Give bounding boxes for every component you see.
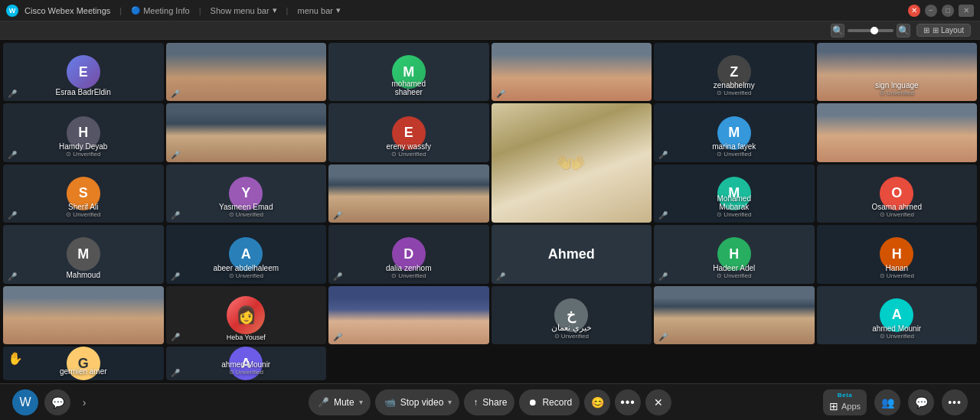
- name-sign: sign lnguage ⊙ Unverified: [817, 81, 978, 96]
- share-button[interactable]: ↑ Share: [464, 389, 514, 415]
- participant-cell-p26[interactable]: 🎤: [328, 286, 489, 344]
- muted-icon-mubarak: 🎤: [658, 211, 668, 220]
- muted-icon-mahmoud: 🎤: [8, 272, 17, 281]
- name-heba: Heba Yousef: [166, 334, 327, 341]
- name-abeer: abeer abdelhaleem ⊙ Unverified: [166, 264, 327, 279]
- muted-icon-hadeer: 🎤: [658, 272, 668, 281]
- participant-cell-p12[interactable]: [817, 103, 978, 161]
- participant-cell-hamdy[interactable]: H Hamdy Deyab ⊙ Unverified 🎤: [3, 103, 164, 161]
- name-dalia: dalia zenhom ⊙ Unverified: [328, 264, 489, 279]
- name-hadeer: Hadeer Adel ⊙ Unverified: [654, 264, 815, 279]
- participant-cell-p15[interactable]: 🎤: [328, 164, 489, 223]
- participant-cell-osama[interactable]: O Osama ahmed ⊙ Unverified: [817, 164, 978, 223]
- webex-home-btn[interactable]: W: [12, 389, 38, 415]
- name-ahmed-large: Ahmed: [548, 246, 595, 262]
- participant-cell-hanan[interactable]: H Hanan ⊙ Unverified: [817, 225, 978, 283]
- apps-button[interactable]: Beta ⊞ Apps: [823, 389, 867, 415]
- participant-cell-khairy[interactable]: خ خيري نعمان ⊙ Unverified: [492, 286, 652, 344]
- toolbar-center: 🎤 Mute ▾ 📹 Stop video ▾ ↑ Share ⏺ Record…: [309, 389, 671, 415]
- layout-button[interactable]: ⊞ ⊞ Layout: [916, 24, 971, 37]
- participants-btn[interactable]: 👥: [874, 389, 900, 415]
- stop-video-button[interactable]: 📹 Stop video ▾: [375, 389, 460, 415]
- participant-cell-sherif[interactable]: S Sherif Ali ⊙ Unverified 🎤: [3, 164, 164, 223]
- chat-right-btn[interactable]: 💬: [908, 389, 934, 415]
- avatar-esraa: E: [67, 55, 100, 89]
- reactions-btn[interactable]: 😊: [584, 389, 610, 415]
- participant-cell-p24[interactable]: [3, 286, 164, 344]
- name-ahmed-mounir2: ahmed Mounir ⊙ Unverified: [166, 360, 327, 376]
- video-icon: 📹: [384, 397, 396, 408]
- participant-cell-yasmeen[interactable]: Y Yasmeen Emad ⊙ Unverified 🎤: [166, 164, 327, 223]
- zoom-slider[interactable]: [848, 29, 893, 32]
- muted-icon-p4: 🎤: [496, 90, 505, 98]
- zoom-out-btn[interactable]: 🔍: [831, 24, 844, 37]
- window-x-btn[interactable]: ✕: [959, 5, 974, 17]
- top-toolbar: 🔍 🔍 ⊞ ⊞ Layout: [0, 21, 980, 40]
- participant-cell-esraa[interactable]: E Esraa BadrEldin 🎤: [3, 43, 164, 101]
- expand-btn[interactable]: ›: [77, 395, 92, 410]
- chat-btn[interactable]: 💬: [44, 389, 70, 415]
- menu-bar-link[interactable]: menu bar ▾: [297, 5, 340, 15]
- cisco-webex-logo: W: [6, 5, 18, 17]
- participant-cell-active[interactable]: 👐: [492, 103, 652, 223]
- video-grid: E Esraa BadrEldin 🎤 🎤 M mohamedshaheer 🎤…: [0, 40, 980, 383]
- stop-video-label: Stop video: [400, 397, 444, 408]
- webex-icon: W: [19, 396, 31, 409]
- window-close-btn[interactable]: ✕: [908, 5, 920, 17]
- muted-icon-p28: 🎤: [658, 333, 668, 341]
- expand-icon: ›: [83, 396, 87, 409]
- meeting-info-link[interactable]: 🔵 Meeting Info: [131, 6, 190, 15]
- participant-cell-ahmed-mounir2[interactable]: A ahmed Mounir ⊙ Unverified 🎤: [166, 347, 327, 380]
- unverified-osama: ⊙ Unverified: [820, 211, 975, 218]
- app-name: Cisco Webex Meetings: [24, 6, 110, 15]
- mute-button[interactable]: 🎤 Mute ▾: [309, 389, 371, 415]
- apps-icon: ⊞: [829, 400, 838, 412]
- name-ereny: ereny wassfy ⊙ Unverified: [328, 142, 489, 158]
- participant-cell-germien[interactable]: ✋ G germien amer: [3, 347, 164, 380]
- participant-cell-abeer[interactable]: A abeer abdelhaleem ⊙ Unverified 🎤: [166, 225, 327, 283]
- participant-cell-p28[interactable]: 🎤: [654, 286, 815, 344]
- separator1: |: [119, 6, 122, 15]
- zoom-controls: 🔍 🔍: [831, 24, 910, 37]
- muted-icon-esraa: 🎤: [8, 90, 17, 98]
- muted-icon-marina: 🎤: [658, 151, 668, 159]
- muted-icon-dalia: 🎤: [333, 272, 342, 281]
- record-button[interactable]: ⏺ Record: [519, 389, 580, 415]
- participant-cell-p8[interactable]: 🎤: [166, 103, 327, 161]
- beta-label: Beta: [838, 392, 852, 399]
- muted-icon-hamdy: 🎤: [8, 151, 17, 159]
- bottom-toolbar: W 💬 › 🎤 Mute ▾ 📹 Stop video ▾ ↑ Share: [0, 383, 980, 420]
- end-call-btn[interactable]: ✕: [645, 389, 671, 415]
- participant-cell-hadeer[interactable]: H Hadeer Adel ⊙ Unverified 🎤: [654, 225, 815, 283]
- more-right-btn[interactable]: •••: [942, 389, 968, 415]
- participant-cell-p2[interactable]: 🎤: [166, 43, 327, 101]
- more-options-btn[interactable]: •••: [615, 389, 641, 415]
- layout-icon: ⊞: [923, 26, 929, 34]
- zoom-in-btn[interactable]: 🔍: [897, 24, 910, 37]
- participant-cell-ahmed-mounir1[interactable]: A ahmed Mounir ⊙ Unverified: [817, 286, 978, 344]
- name-sherif: Sherif Ali ⊙ Unverified: [3, 203, 164, 218]
- name-yasmeen: Yasmeen Emad ⊙ Unverified: [166, 203, 327, 218]
- hand-raise-icon: ✋: [8, 351, 23, 366]
- participant-cell-mohamed[interactable]: M mohamedshaheer: [328, 43, 489, 101]
- muted-icon-p8: 🎤: [171, 151, 180, 159]
- name-khairy: خيري نعمان ⊙ Unverified: [492, 323, 652, 340]
- participant-cell-dalia[interactable]: D dalia zenhom ⊙ Unverified 🎤: [328, 225, 489, 283]
- window-minimize-btn[interactable]: −: [925, 5, 937, 17]
- participant-cell-ereny[interactable]: E ereny wassfy ⊙ Unverified: [328, 103, 489, 161]
- participant-cell-heba[interactable]: 👩 Heba Yousef 🎤: [166, 286, 327, 344]
- participant-cell-ahmed[interactable]: Ahmed 🎤: [492, 225, 652, 283]
- show-menu-link[interactable]: Show menu bar ▾: [211, 5, 277, 15]
- participant-cell-p4[interactable]: 🎤: [492, 43, 652, 101]
- window-maximize-btn[interactable]: □: [942, 5, 954, 17]
- participant-cell-mubarak[interactable]: M MohamedMubarak ⊙ Unverified 🎤: [654, 164, 815, 223]
- participant-cell-zenab[interactable]: Z zenabhelmy ⊙ Unverified: [654, 43, 815, 101]
- name-marina: marina fayek ⊙ Unverified: [654, 142, 815, 158]
- participant-cell-p6[interactable]: sign lnguage ⊙ Unverified: [817, 43, 978, 101]
- participant-cell-marina[interactable]: M marina fayek ⊙ Unverified 🎤: [654, 103, 815, 161]
- mute-label: Mute: [334, 397, 354, 408]
- unverified-hanan: ⊙ Unverified: [820, 272, 975, 279]
- muted-icon-p15: 🎤: [333, 211, 342, 220]
- title-bar-left: W Cisco Webex Meetings | 🔵 Meeting Info …: [6, 5, 341, 17]
- participant-cell-mahmoud[interactable]: M Mahmoud 🎤: [3, 225, 164, 283]
